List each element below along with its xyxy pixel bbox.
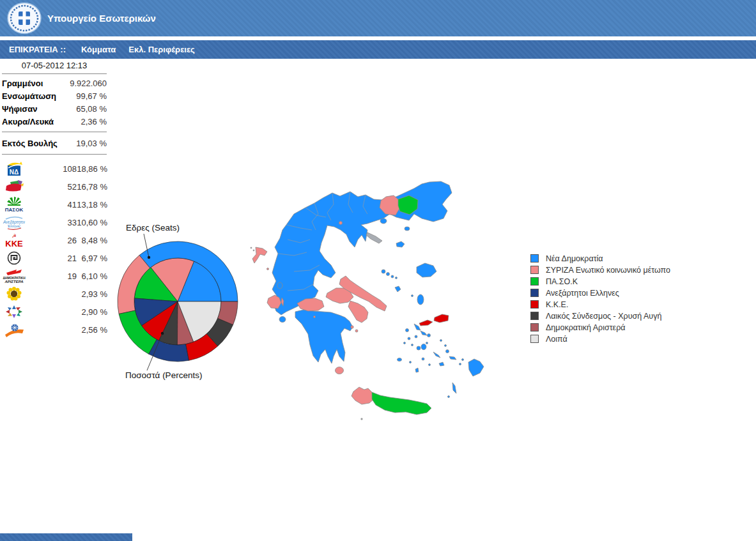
main-nav: ΕΠΙΚΡΑΤΕΙΑ :: Κόμματα Εκλ. Περιφέρειες <box>0 40 756 59</box>
pinwheel-logo-icon <box>1 303 27 320</box>
greece-map-regions[interactable] <box>251 181 484 420</box>
seats-ring-label: Εδρες (Seats) <box>126 223 180 232</box>
map-region-samos[interactable] <box>434 314 449 323</box>
svg-text:Έλληνες: Έλληνες <box>8 224 21 228</box>
stats-table: Γραμμένοι9.922.060Ενσωμάτωση99,67 %Ψήφισ… <box>1 74 107 132</box>
map-island[interactable] <box>396 241 405 247</box>
map-island[interactable] <box>429 364 431 366</box>
map-island[interactable] <box>420 331 427 335</box>
map-islet[interactable] <box>253 250 254 251</box>
donut-chart-svg[interactable] <box>115 217 256 390</box>
map-island[interactable] <box>421 344 426 350</box>
map-island[interactable] <box>439 362 444 366</box>
party-row[interactable]: ΝΔ10818,86 % <box>1 160 107 178</box>
party-percent: 2,93 % <box>77 289 107 299</box>
map-region-paxoi[interactable] <box>267 268 269 270</box>
party-row[interactable]: 216,97 % <box>1 249 107 267</box>
map-island[interactable] <box>417 294 424 305</box>
map-island[interactable] <box>440 340 442 342</box>
party-row[interactable]: ☭ΚΚΕ268,48 % <box>1 231 107 249</box>
map-island[interactable] <box>397 358 402 362</box>
greece-map-svg <box>249 176 521 428</box>
percents-ring-label: Ποσοστά (Percents) <box>125 370 202 380</box>
map-region-attica[interactable] <box>348 301 368 323</box>
map-island[interactable] <box>428 334 431 337</box>
legend-label: Ανεξάρτητοι Ελληνες <box>546 289 619 298</box>
map-region-thessaloniki-b[interactable] <box>339 222 343 225</box>
party-seats: 33 <box>32 218 77 227</box>
map-island[interactable] <box>406 329 409 332</box>
map-region-saronic[interactable] <box>314 316 316 318</box>
map-island[interactable] <box>452 383 456 393</box>
outside-parliament-row: Εκτός Βουλής 19,03 % <box>1 132 107 154</box>
party-row[interactable]: 5216,78 % <box>1 178 107 195</box>
map-island[interactable] <box>408 337 410 340</box>
party-percent: 8,48 % <box>77 236 107 245</box>
map-island[interactable] <box>387 273 390 276</box>
map-island[interactable] <box>422 358 424 360</box>
legend-row: Δημοκρατική Αριστερά <box>530 323 670 331</box>
map-island[interactable] <box>405 227 410 231</box>
party-row[interactable]: ΔΗΜΟΚΡΑΤΙΚΗΑΡΙΣΤΕΡΑ196,10 % <box>1 267 107 285</box>
map-region-saronic[interactable] <box>355 330 358 332</box>
map-island[interactable] <box>412 295 413 297</box>
map-island[interactable] <box>417 346 420 350</box>
legend-label: ΠΑ.ΣΟ.Κ <box>546 277 578 286</box>
map-island[interactable] <box>462 359 464 361</box>
map-island[interactable] <box>404 342 406 344</box>
map-island[interactable] <box>395 286 401 292</box>
party-row[interactable]: 2,93 % <box>1 285 107 303</box>
map-region-chania[interactable] <box>351 387 374 404</box>
map-region-crete-east[interactable] <box>372 392 431 415</box>
map-island[interactable] <box>415 368 419 372</box>
nav-item-kommata[interactable]: Κόμματα <box>81 45 116 54</box>
map-island[interactable] <box>391 275 394 278</box>
map-island[interactable] <box>433 352 440 358</box>
dx-logo-icon <box>1 321 27 338</box>
map-islet[interactable] <box>361 418 362 420</box>
map-island[interactable] <box>417 263 436 277</box>
map-region-peloponnese[interactable] <box>295 310 353 363</box>
greens-logo-icon <box>1 286 27 302</box>
legend-label: Κ.Κ.Ε. <box>546 300 568 309</box>
map-region-corfu[interactable] <box>252 247 267 263</box>
map-island[interactable] <box>380 218 387 224</box>
party-row[interactable]: ΑνεξάρτητοιΈλληνες3310,60 % <box>1 213 107 231</box>
map-island[interactable] <box>459 363 461 365</box>
divider <box>2 154 107 155</box>
nav-item-epikrateia[interactable]: ΕΠΙΚΡΑΤΕΙΑ :: <box>9 45 66 54</box>
party-seats: 19 <box>32 271 77 281</box>
map-region-athos[interactable] <box>366 232 382 243</box>
party-percent: 16,78 % <box>77 182 107 192</box>
map-island[interactable] <box>414 324 420 330</box>
map-island[interactable] <box>396 277 397 279</box>
map-region-zakynthos[interactable] <box>279 317 286 323</box>
party-row[interactable]: 2,90 % <box>1 303 107 321</box>
nav-item-ekl-perifereies[interactable]: Εκλ. Περιφέρειες <box>128 45 195 54</box>
map-island[interactable] <box>382 270 385 273</box>
party-seats: 52 <box>32 182 77 192</box>
map-region-ikaria[interactable] <box>419 320 433 326</box>
map-island[interactable] <box>446 350 449 353</box>
map-islet[interactable] <box>251 247 252 248</box>
map-region-saronic[interactable] <box>351 326 353 328</box>
legend-label: ΣΥΡΙΖΑ Ενωτικό κοινωνικό μέτωπο <box>546 266 670 275</box>
stat-value: 9.922.060 <box>70 79 107 88</box>
svg-text:ΠΑΣΟΚ: ΠΑΣΟΚ <box>5 207 24 213</box>
map-island[interactable] <box>410 362 412 363</box>
pasok-color-swatch <box>530 277 539 286</box>
map-island[interactable] <box>449 356 456 360</box>
map-island[interactable] <box>468 359 484 376</box>
map-island[interactable] <box>448 396 450 398</box>
map-island[interactable] <box>445 345 447 347</box>
map-island[interactable] <box>412 344 413 346</box>
stat-row: Ενσωμάτωση99,67 % <box>1 89 107 102</box>
map-region-lefkada[interactable] <box>277 282 282 289</box>
party-row[interactable]: ΠΑΣΟΚ4113,18 % <box>1 195 107 213</box>
legend-row: Λαικός Σύνδεσμος - Χρυσή Αυγή <box>530 312 670 320</box>
map-region-kythira[interactable] <box>336 367 344 374</box>
party-row[interactable]: 2,56 % <box>1 321 107 339</box>
map-island[interactable] <box>415 335 417 338</box>
map-island[interactable] <box>426 342 428 344</box>
party-seats: 26 <box>32 236 77 245</box>
